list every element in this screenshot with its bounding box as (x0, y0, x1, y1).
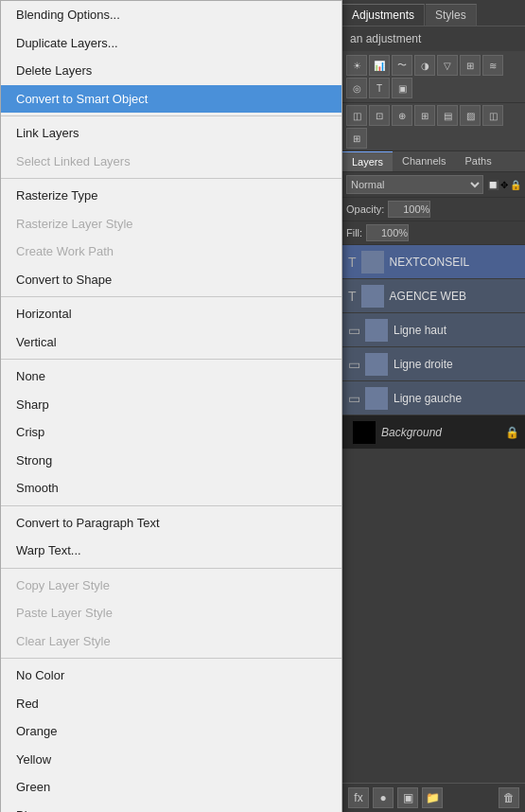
layer-lock-icon: 🔒 (505, 426, 519, 439)
menu-item-convert-to-paragraph-text[interactable]: Convert to Paragraph Text (1, 509, 341, 538)
layer-name-ligne-gauche: Ligne gauche (394, 392, 519, 405)
layer-name-nextconseil: NEXTCONSEIL (390, 256, 519, 269)
toolbar-btn-grid[interactable]: ⊞ (460, 55, 481, 76)
toolbar-btn-r2-3[interactable]: ⊕ (392, 105, 412, 126)
tab-adjustments[interactable]: Adjustments (342, 4, 425, 26)
opacity-row: Opacity: (342, 198, 525, 221)
layer-type-icon-agence-web: T (348, 289, 357, 304)
panel-toolbar-row2: ◫ ⊡ ⊕ ⊞ ▤ ▨ ◫ ⊞ (342, 103, 525, 151)
toolbar-btn-box[interactable]: ▣ (392, 78, 412, 98)
layer-item-nextconseil[interactable]: TNEXTCONSEIL (342, 245, 525, 279)
menu-item-delete-layers[interactable]: Delete Layers (1, 57, 341, 85)
menu-item-yellow[interactable]: Yellow (1, 746, 341, 774)
menu-item-strong[interactable]: Strong (1, 447, 341, 475)
panel-toolbar-row1: ☀ 📊 〜 ◑ ▽ ⊞ ≋ ◎ T ▣ (342, 51, 525, 103)
menu-item-convert-to-shape[interactable]: Convert to Shape (1, 266, 341, 294)
menu-item-none[interactable]: None (1, 362, 341, 391)
menu-item-green[interactable]: Green (1, 773, 341, 802)
panel-bottom-bar: fx ● ▣ 📁 🗑 (342, 783, 525, 812)
toolbar-btn-exposure[interactable]: ◑ (414, 55, 435, 76)
menu-item-rasterize-layer-style: Rasterize Layer Style (1, 210, 341, 238)
mask-button[interactable]: ▣ (397, 787, 418, 808)
adjustment-button[interactable]: ● (373, 787, 394, 808)
toolbar-btn-r2-4[interactable]: ⊞ (414, 105, 435, 126)
menu-item-link-layers[interactable]: Link Layers (1, 119, 341, 148)
menu-separator (1, 296, 341, 297)
menu-item-crisp[interactable]: Crisp (1, 418, 341, 447)
layers-tabs: Layers Channels Paths (342, 151, 525, 172)
opacity-label: Opacity: (346, 203, 384, 215)
toolbar-btn-r2-8[interactable]: ⊞ (346, 128, 367, 149)
blend-mode-select[interactable]: Normal (346, 175, 483, 194)
toolbar-btn-r2-1[interactable]: ◫ (346, 105, 367, 126)
menu-separator (1, 178, 341, 179)
toolbar-btn-triangle[interactable]: ▽ (437, 55, 458, 76)
menu-item-warp-text[interactable]: Warp Text... (1, 537, 341, 565)
layer-thumb-agence-web (361, 285, 384, 308)
toolbar-btn-r2-6[interactable]: ▨ (460, 105, 481, 126)
layers-options-row: Normal 🔲 ✥ 🔒 (342, 172, 525, 198)
tab-styles[interactable]: Styles (426, 4, 477, 26)
lock-icon-1: 🔲 (487, 180, 499, 190)
layer-name-background: Background (381, 426, 501, 439)
group-button[interactable]: 📁 (422, 787, 443, 808)
menu-separator (1, 568, 341, 569)
menu-item-smooth[interactable]: Smooth (1, 474, 341, 503)
lock-icons: 🔲 ✥ 🔒 (487, 180, 521, 190)
menu-item-convert-to-smart-object[interactable]: Convert to Smart Object (1, 85, 341, 114)
panel-header: an adjustment (342, 26, 525, 51)
menu-item-no-color[interactable]: No Color (1, 662, 341, 690)
fill-input[interactable] (366, 224, 409, 241)
toolbar-btn-t[interactable]: T (369, 78, 390, 98)
layer-type-icon-ligne-haut: ▭ (348, 323, 360, 338)
menu-item-orange[interactable]: Orange (1, 717, 341, 746)
tab-channels[interactable]: Channels (393, 151, 455, 171)
fx-button[interactable]: fx (348, 787, 369, 808)
layer-thumb-ligne-droite (365, 353, 388, 376)
layer-name-ligne-haut: Ligne haut (394, 324, 519, 337)
layer-item-agence-web[interactable]: TAGENCE WEB (342, 279, 525, 313)
menu-item-red[interactable]: Red (1, 690, 341, 718)
tab-layers[interactable]: Layers (342, 151, 393, 171)
menu-separator (1, 505, 341, 506)
layer-item-ligne-droite[interactable]: ▭Ligne droite (342, 347, 525, 381)
menu-item-create-work-path: Create Work Path (1, 238, 341, 266)
delete-button[interactable]: 🗑 (499, 787, 519, 808)
toolbar-btn-r2-2[interactable]: ⊡ (369, 105, 390, 126)
toolbar-btn-r2-7[interactable]: ◫ (482, 105, 503, 126)
layer-item-ligne-gauche[interactable]: ▭Ligne gauche (342, 381, 525, 415)
menu-item-blue[interactable]: Blue (1, 802, 341, 813)
menu-item-duplicate-layers[interactable]: Duplicate Layers... (1, 29, 341, 58)
toolbar-btn-channel[interactable]: ◎ (346, 78, 367, 98)
menu-item-paste-layer-style: Paste Layer Style (1, 599, 341, 627)
toolbar-btn-r2-5[interactable]: ▤ (437, 105, 458, 126)
layer-thumb-ligne-haut (365, 319, 388, 342)
opacity-input[interactable] (388, 201, 430, 218)
toolbar-btn-sun[interactable]: ☀ (346, 55, 367, 76)
menu-item-blending-options[interactable]: Blending Options... (1, 1, 341, 29)
lock-icon-3: 🔒 (510, 180, 521, 190)
toolbar-btn-curves[interactable]: 〜 (392, 55, 412, 76)
layer-thumb-nextconseil (361, 251, 384, 274)
layer-name-agence-web: AGENCE WEB (390, 290, 519, 303)
fill-row: Fill: (342, 221, 525, 245)
menu-item-vertical[interactable]: Vertical (1, 328, 341, 357)
menu-separator (1, 658, 341, 659)
menu-item-sharp[interactable]: Sharp (1, 391, 341, 419)
layer-item-ligne-haut[interactable]: ▭Ligne haut (342, 313, 525, 347)
menu-item-clear-layer-style: Clear Layer Style (1, 627, 341, 656)
menu-item-copy-layer-style: Copy Layer Style (1, 572, 341, 600)
menu-item-rasterize-type[interactable]: Rasterize Type (1, 182, 341, 210)
layer-item-background[interactable]: Background🔒 (342, 415, 525, 450)
tab-paths[interactable]: Paths (456, 151, 501, 171)
layer-type-icon-nextconseil: T (348, 255, 357, 270)
layers-list: TNEXTCONSEILTAGENCE WEB▭Ligne haut▭Ligne… (342, 245, 525, 783)
layer-type-icon-ligne-droite: ▭ (348, 357, 360, 372)
toolbar-btn-chart[interactable]: 📊 (369, 55, 390, 76)
layer-thumb-ligne-gauche (365, 387, 388, 410)
menu-separator (1, 359, 341, 360)
toolbar-btn-hsl[interactable]: ≋ (482, 55, 503, 76)
right-panel: Adjustments Styles an adjustment ☀ 📊 〜 ◑… (342, 0, 525, 812)
layer-type-icon-ligne-gauche: ▭ (348, 391, 360, 406)
menu-item-horizontal[interactable]: Horizontal (1, 300, 341, 328)
